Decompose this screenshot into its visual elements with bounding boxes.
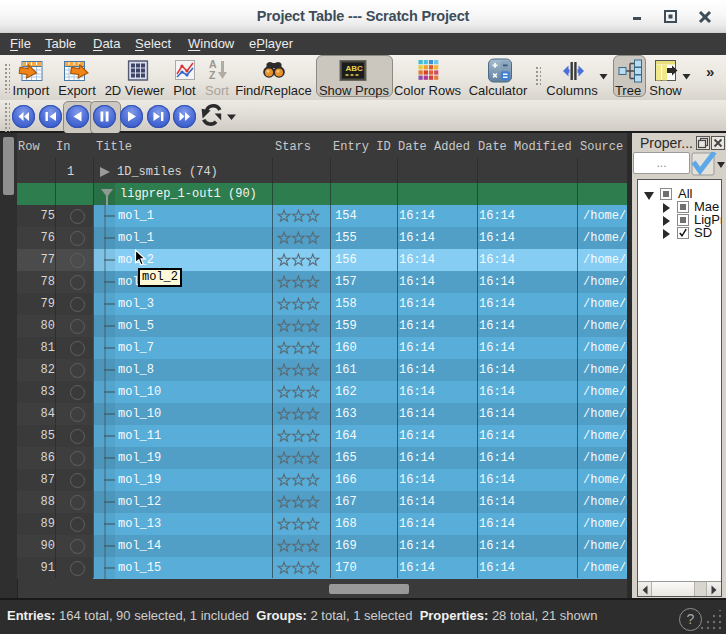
svg-text:ABC: ABC [345,64,363,73]
svg-text:Z: Z [209,69,216,81]
